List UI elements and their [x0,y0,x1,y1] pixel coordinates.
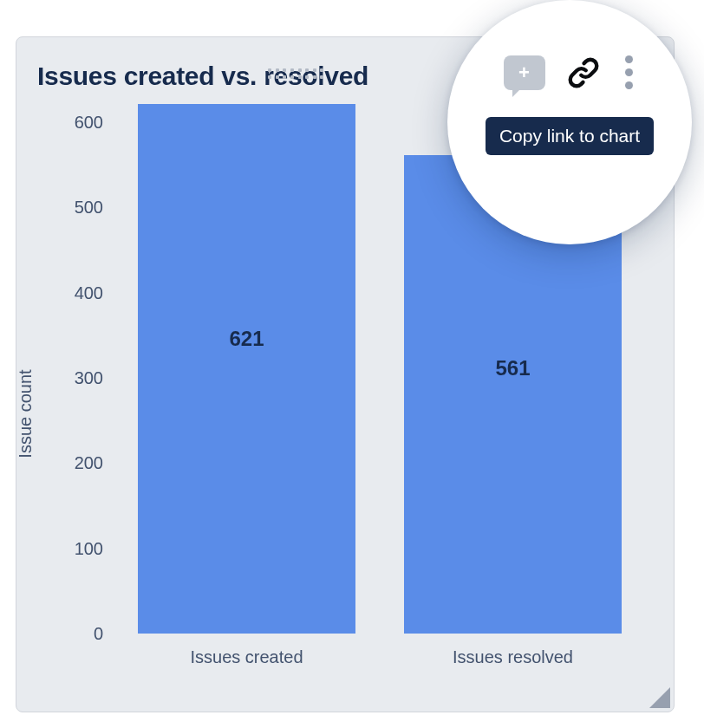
bar[interactable]: 621 [138,104,356,634]
dot-icon [625,68,633,76]
add-comment-button[interactable]: + [504,55,545,90]
bar-value-label: 561 [495,356,530,380]
y-tick: 300 [75,368,103,388]
y-axis-label: Issue count [16,369,36,458]
y-tick: 500 [75,198,103,218]
y-tick: 600 [75,113,103,133]
drag-handle[interactable] [268,68,325,79]
y-tick: 400 [75,283,103,302]
y-tick: 200 [75,453,103,473]
x-tick: Issues resolved [453,647,573,667]
bar-value-label: 621 [229,327,264,351]
dot-icon [625,55,633,63]
resize-handle[interactable] [649,687,670,708]
plus-icon: + [518,63,530,82]
x-tick: Issues created [190,647,303,667]
chart-toolbar: + [504,52,636,93]
dot-icon [625,81,633,89]
more-options-button[interactable] [622,52,636,93]
tooltip: Copy link to chart [486,117,654,155]
copy-link-button[interactable] [564,54,603,92]
y-tick: 0 [94,624,103,644]
y-tick: 100 [75,538,103,558]
link-icon [564,54,603,92]
chart-toolbar-popover: + Copy link to chart [447,0,692,244]
